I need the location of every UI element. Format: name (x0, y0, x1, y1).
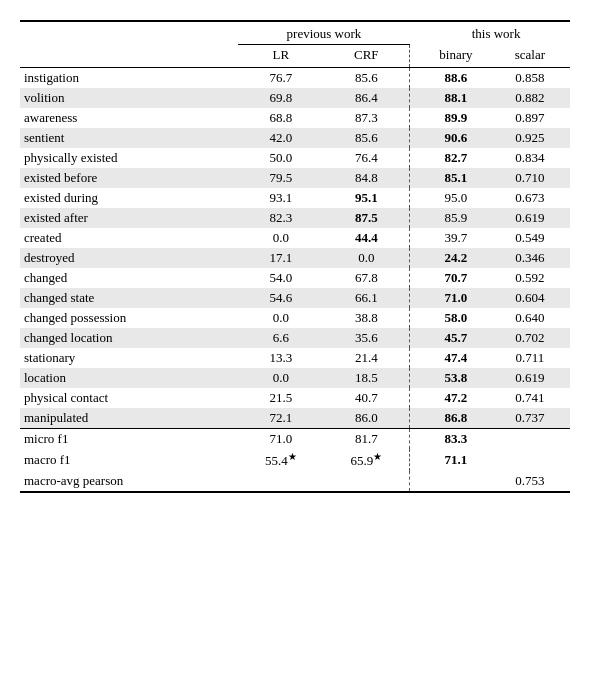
binary-value: 88.6 (422, 68, 490, 89)
scalar-value: 0.737 (490, 408, 570, 429)
divider-cell (410, 368, 423, 388)
divider-cell (410, 308, 423, 328)
crf-value: 44.4 (323, 228, 409, 248)
binary-value: 24.2 (422, 248, 490, 268)
binary-value: 53.8 (422, 368, 490, 388)
crf-value: 85.6 (323, 128, 409, 148)
row-label: existed after (20, 208, 238, 228)
binary-value: 47.2 (422, 388, 490, 408)
lr-value: 82.3 (238, 208, 323, 228)
table-row: existed after82.387.585.90.619 (20, 208, 570, 228)
binary-value: 47.4 (422, 348, 490, 368)
footer-crf-value: 65.9★ (323, 449, 409, 471)
divider-cell (410, 208, 423, 228)
footer-row: macro f155.4★65.9★71.1 (20, 449, 570, 471)
footer-divider-cell (410, 471, 423, 492)
table-row: stationary13.321.447.40.711 (20, 348, 570, 368)
table-row: changed location6.635.645.70.702 (20, 328, 570, 348)
lr-value: 93.1 (238, 188, 323, 208)
divider-cell (410, 168, 423, 188)
footer-scalar-value: 0.753 (490, 471, 570, 492)
footer-binary-value (422, 471, 490, 492)
lr-value: 54.0 (238, 268, 323, 288)
row-label: manipulated (20, 408, 238, 429)
binary-value: 70.7 (422, 268, 490, 288)
footer-row: micro f171.081.783.3 (20, 429, 570, 450)
footer-lr-value: 55.4★ (238, 449, 323, 471)
crf-value: 18.5 (323, 368, 409, 388)
lr-value: 13.3 (238, 348, 323, 368)
footer-crf-value: 81.7 (323, 429, 409, 450)
crf-value: 86.0 (323, 408, 409, 429)
footer-row-label: micro f1 (20, 429, 238, 450)
crf-value: 21.4 (323, 348, 409, 368)
lr-value: 17.1 (238, 248, 323, 268)
lr-value: 69.8 (238, 88, 323, 108)
divider-cell (410, 388, 423, 408)
scalar-value: 0.925 (490, 128, 570, 148)
table-row: existed during93.195.195.00.673 (20, 188, 570, 208)
lr-value: 42.0 (238, 128, 323, 148)
footer-scalar-value (490, 449, 570, 471)
table-row: changed possession0.038.858.00.640 (20, 308, 570, 328)
divider-cell (410, 348, 423, 368)
table-row: manipulated72.186.086.80.737 (20, 408, 570, 429)
row-label: volition (20, 88, 238, 108)
table-row: location0.018.553.80.619 (20, 368, 570, 388)
divider-cell (410, 148, 423, 168)
binary-value: 95.0 (422, 188, 490, 208)
table-row: destroyed17.10.024.20.346 (20, 248, 570, 268)
lr-value: 21.5 (238, 388, 323, 408)
binary-value: 58.0 (422, 308, 490, 328)
scalar-col-header: scalar (490, 45, 570, 68)
binary-value: 39.7 (422, 228, 490, 248)
binary-value: 82.7 (422, 148, 490, 168)
row-label: created (20, 228, 238, 248)
row-label: changed state (20, 288, 238, 308)
label-col-header (20, 45, 238, 68)
table-row: physically existed50.076.482.70.834 (20, 148, 570, 168)
divider-cell (410, 248, 423, 268)
lr-value: 0.0 (238, 368, 323, 388)
footer-divider-cell (410, 429, 423, 450)
row-label: physical contact (20, 388, 238, 408)
row-label: changed (20, 268, 238, 288)
divider-cell (410, 128, 423, 148)
crf-value: 40.7 (323, 388, 409, 408)
row-label: sentient (20, 128, 238, 148)
table-row: changed state54.666.171.00.604 (20, 288, 570, 308)
scalar-value: 0.710 (490, 168, 570, 188)
crf-value: 67.8 (323, 268, 409, 288)
crf-value: 85.6 (323, 68, 409, 89)
footer-row-label: macro-avg pearson (20, 471, 238, 492)
binary-value: 86.8 (422, 408, 490, 429)
crf-value: 38.8 (323, 308, 409, 328)
lr-col-header: LR (238, 45, 323, 68)
table-row: awareness68.887.389.90.897 (20, 108, 570, 128)
lr-value: 0.0 (238, 228, 323, 248)
binary-value: 90.6 (422, 128, 490, 148)
table-row: sentient42.085.690.60.925 (20, 128, 570, 148)
divider-cell (410, 288, 423, 308)
lr-value: 0.0 (238, 308, 323, 328)
scalar-value: 0.897 (490, 108, 570, 128)
footer-crf-value (323, 471, 409, 492)
footer-row: macro-avg pearson0.753 (20, 471, 570, 492)
row-label: awareness (20, 108, 238, 128)
crf-value: 66.1 (323, 288, 409, 308)
lr-value: 68.8 (238, 108, 323, 128)
footer-scalar-value (490, 429, 570, 450)
binary-value: 71.0 (422, 288, 490, 308)
lr-value: 54.6 (238, 288, 323, 308)
footer-row-label: macro f1 (20, 449, 238, 471)
scalar-value: 0.702 (490, 328, 570, 348)
scalar-value: 0.604 (490, 288, 570, 308)
row-label: instigation (20, 68, 238, 89)
scalar-value: 0.549 (490, 228, 570, 248)
row-label: destroyed (20, 248, 238, 268)
footer-lr-value (238, 471, 323, 492)
prev-work-header: previous work (238, 21, 409, 45)
crf-value: 86.4 (323, 88, 409, 108)
scalar-value: 0.858 (490, 68, 570, 89)
dashed-divider-header (410, 45, 423, 68)
